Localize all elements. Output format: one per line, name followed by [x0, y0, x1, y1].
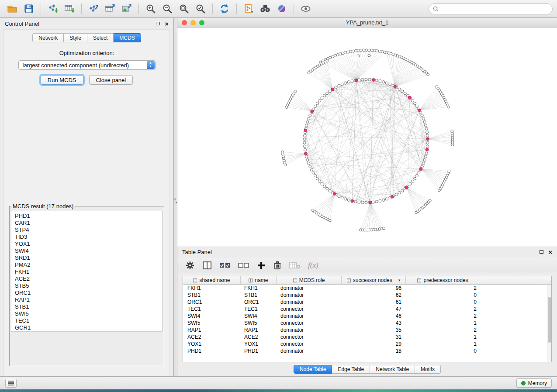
table-settings-button[interactable] [185, 261, 195, 270]
float-panel-icon[interactable] [540, 250, 543, 254]
result-node-item[interactable]: SWI4 [15, 248, 162, 254]
close-window-icon[interactable] [182, 20, 187, 25]
table-row[interactable]: FKH1FKH1dominator962 [183, 285, 551, 292]
table-cell: 96 [342, 285, 406, 291]
status-menu-button[interactable] [5, 379, 17, 388]
delete-table-button[interactable] [289, 261, 301, 269]
panel-splitter[interactable] [174, 18, 177, 376]
table-row[interactable]: YOX1YOX1connector291 [183, 340, 551, 347]
network-canvas[interactable] [177, 28, 557, 246]
criterion-select[interactable]: largest connected component (undirected)… [18, 60, 156, 70]
show-columns-button[interactable] [202, 261, 212, 270]
table-scrollbar[interactable] [547, 285, 551, 362]
result-node-item[interactable]: PHD1 [15, 213, 162, 220]
result-node-item[interactable]: STB5 [15, 282, 162, 289]
table-row[interactable]: PHD1PHD1dominator180 [183, 347, 551, 354]
refresh-layout-button[interactable] [217, 2, 232, 16]
result-node-item[interactable]: ORC1 [15, 289, 162, 296]
zoom-fit-button[interactable] [176, 2, 192, 16]
table-cell: dominator [277, 327, 342, 333]
fx-label: f(x) [308, 261, 318, 270]
search-input[interactable] [441, 6, 548, 12]
run-mcds-button[interactable]: Run MCDS [41, 75, 83, 85]
function-builder-button[interactable]: f(x) [308, 261, 318, 270]
table-cell: PHD1 [241, 348, 277, 354]
zoom-out-button[interactable] [159, 2, 175, 16]
network-view[interactable] [177, 28, 557, 246]
column-header-MCDS-role[interactable]: MCDS role [277, 276, 342, 284]
control-tab-network[interactable]: Network [32, 33, 64, 42]
column-header-label: successor nodes [353, 277, 392, 283]
close-panel-icon[interactable]: × [165, 21, 169, 27]
result-node-item[interactable]: PMA2 [15, 261, 162, 268]
zoom-selected-button[interactable] [193, 2, 208, 16]
table-tab-edge-table[interactable]: Edge Table [332, 365, 370, 374]
table-row[interactable]: STB1STB1dominator620 [183, 292, 551, 299]
export-table-button[interactable] [102, 2, 118, 16]
column-header-successor-nodes[interactable]: successor nodes▾ [342, 276, 406, 284]
table-cell: 46 [342, 313, 406, 319]
control-tab-mcds[interactable]: MCDS [114, 33, 141, 42]
minimize-window-icon[interactable] [190, 20, 196, 25]
open-file-button[interactable] [4, 2, 20, 16]
floppy-icon [24, 3, 34, 14]
table-row[interactable]: RAP1RAP1dominator352 [183, 327, 551, 334]
float-panel-icon[interactable] [156, 22, 160, 25]
result-node-item[interactable]: GCR1 [15, 324, 162, 331]
vizmapper-button[interactable] [274, 2, 290, 16]
column-header-predecessor-nodes[interactable]: predecessor nodes [406, 276, 480, 284]
result-node-item[interactable]: RAP1 [15, 296, 162, 303]
export-image-button[interactable] [119, 2, 135, 16]
maximize-window-icon[interactable] [199, 20, 204, 25]
delete-row-button[interactable] [273, 261, 282, 270]
column-grid-icon [193, 279, 197, 282]
delete-table-icon [289, 261, 301, 269]
table-row[interactable]: TEC1TEC1connector472 [183, 306, 551, 313]
memory-button[interactable]: Memory [516, 378, 552, 388]
table-row[interactable]: SWI4SWI4dominator462 [183, 313, 551, 320]
table-cell: 47 [342, 306, 406, 312]
control-tab-select[interactable]: Select [87, 33, 114, 42]
document-share-icon [243, 3, 254, 14]
result-node-item[interactable]: FKH1 [15, 268, 162, 275]
deselect-all-icon [238, 261, 249, 269]
close-panel-icon[interactable]: × [548, 249, 552, 255]
refresh-icon [219, 3, 230, 14]
import-table-button[interactable] [62, 2, 77, 16]
result-node-item[interactable]: YOX1 [15, 241, 162, 248]
column-grid-icon [347, 279, 351, 282]
table-tab-network-table[interactable]: Network Table [370, 365, 415, 374]
table-row[interactable]: ORC1ORC1dominator610 [183, 299, 551, 306]
table-tab-motifs[interactable]: Motifs [415, 365, 441, 374]
result-node-item[interactable]: ACE2 [15, 275, 162, 282]
result-node-item[interactable]: SRD1 [15, 254, 162, 261]
result-node-item[interactable]: TID3 [15, 234, 162, 241]
column-header-shared-name[interactable]: shared name [183, 276, 241, 284]
find-button[interactable] [257, 2, 273, 16]
table-tab-node-table[interactable]: Node Table [294, 365, 332, 374]
close-panel-button[interactable]: Close panel [89, 75, 133, 85]
control-tab-style[interactable]: Style [64, 33, 87, 42]
scrollbar-thumb[interactable] [548, 297, 551, 343]
result-node-item[interactable]: SWI5 [15, 310, 162, 317]
search-field[interactable] [429, 3, 553, 14]
deselect-all-button[interactable] [238, 261, 249, 269]
export-network-button[interactable] [86, 2, 101, 16]
add-row-button[interactable] [257, 261, 266, 270]
column-header-name[interactable]: name [241, 276, 277, 284]
import-network-button[interactable] [45, 2, 61, 16]
clone-network-button[interactable] [241, 2, 256, 16]
show-details-button[interactable] [298, 2, 314, 16]
result-node-item[interactable]: TEC1 [15, 317, 162, 324]
zoom-in-button[interactable] [143, 2, 159, 16]
splitter-handle-icon[interactable] [174, 196, 177, 207]
result-node-item[interactable]: CAR1 [15, 220, 162, 227]
select-all-button[interactable] [219, 261, 231, 269]
table-cell: 18 [342, 348, 406, 354]
table-cell: ORC1 [241, 299, 277, 305]
save-session-button[interactable] [21, 2, 37, 16]
table-row[interactable]: ACE2ACE2connector311 [183, 334, 551, 340]
result-node-item[interactable]: STB1 [15, 303, 162, 310]
table-row[interactable]: SWI5SWI5connector431 [183, 320, 551, 327]
result-node-item[interactable]: STP4 [15, 227, 162, 234]
